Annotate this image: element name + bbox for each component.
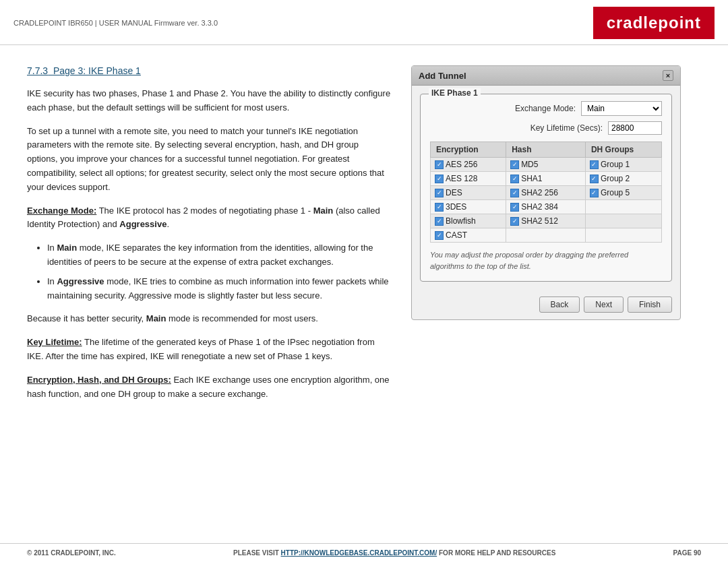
hash-cell[interactable]: ✓SHA2 256 xyxy=(506,186,586,200)
encryption-cell[interactable]: ✓AES 128 xyxy=(431,172,506,186)
dialog-body: IKE Phase 1 Exchange Mode: Main Aggressi… xyxy=(412,86,680,290)
header-text: CRADLEPOINT IBR650 | USER MANUAL Firmwar… xyxy=(13,19,218,27)
encryption-label: Encryption, Hash, and DH Groups: xyxy=(27,375,171,385)
key-lifetime-label: Key Lifetime: xyxy=(27,337,82,347)
checkbox-dh[interactable]: ✓ xyxy=(590,189,599,197)
checkbox-encryption[interactable]: ✓ xyxy=(435,231,444,240)
dialog-titlebar: Add Tunnel × xyxy=(412,66,680,86)
page-footer: © 2011 CRADLEPOINT, INC. PLEASE VISIT HT… xyxy=(0,543,728,562)
key-lifetime-form-label: Key Lifetime (Secs): xyxy=(530,123,603,133)
checkbox-hash[interactable]: ✓ xyxy=(510,160,519,169)
encryption-cell[interactable]: ✓CAST xyxy=(431,228,506,243)
paragraph-exchange: Exchange Mode: The IKE protocol has 2 mo… xyxy=(27,204,391,232)
table-row: ✓DES✓SHA2 256✓Group 5 xyxy=(431,186,662,200)
footer-link[interactable]: HTTP://KNOWLEDGEBASE.CRADLEPOINT.COM/ xyxy=(281,549,437,557)
hash-cell[interactable]: ✓SHA1 xyxy=(506,172,586,186)
add-tunnel-dialog: Add Tunnel × IKE Phase 1 Exchange Mode: … xyxy=(411,65,681,320)
checkbox-encryption[interactable]: ✓ xyxy=(435,217,444,226)
col-header-hash: Hash xyxy=(506,142,586,158)
exchange-mode-row: Exchange Mode: Main Aggressive xyxy=(430,101,662,116)
encryption-cell[interactable]: ✓AES 256 xyxy=(431,158,506,172)
main-content: 7.7.3 Page 3: IKE Phase 1 IKE security h… xyxy=(0,45,728,424)
dh-cell[interactable] xyxy=(585,200,661,214)
checkbox-hash[interactable]: ✓ xyxy=(510,189,519,197)
table-row: ✓CAST xyxy=(431,228,662,243)
checkbox-hash[interactable]: ✓ xyxy=(510,217,519,226)
col-header-encryption: Encryption xyxy=(431,142,506,158)
paragraph-encryption: Encryption, Hash, and DH Groups: Each IK… xyxy=(27,373,391,402)
footer-page: PAGE 90 xyxy=(673,549,701,557)
col-header-dh: DH Groups xyxy=(585,142,661,158)
checkbox-dh[interactable]: ✓ xyxy=(590,160,599,169)
encryption-cell[interactable]: ✓DES xyxy=(431,186,506,200)
right-column: Add Tunnel × IKE Phase 1 Exchange Mode: … xyxy=(411,65,681,410)
key-lifetime-row: Key Lifetime (Secs): xyxy=(430,121,662,135)
exchange-mode-form-label: Exchange Mode: xyxy=(515,104,576,113)
paragraph-3: Because it has better security, Main mod… xyxy=(27,312,391,326)
hint-text: You may adjust the proposal order by dra… xyxy=(430,249,662,272)
bullet-1: In Main mode, IKE separates the key info… xyxy=(47,241,391,270)
paragraph-1: IKE security has two phases, Phase 1 and… xyxy=(27,87,391,115)
checkbox-encryption[interactable]: ✓ xyxy=(435,160,444,169)
dialog-footer: Back Next Finish xyxy=(412,290,680,319)
dh-cell[interactable]: ✓Group 5 xyxy=(585,186,661,200)
hash-cell[interactable]: ✓MD5 xyxy=(506,158,586,172)
next-button[interactable]: Next xyxy=(584,296,624,313)
dialog-title: Add Tunnel xyxy=(419,71,466,81)
options-table: Encryption Hash DH Groups ✓AES 256✓MD5✓G… xyxy=(430,142,662,243)
checkbox-dh[interactable]: ✓ xyxy=(590,175,599,183)
bullet-2: In Aggressive mode, IKE tries to combine… xyxy=(47,275,391,303)
table-row: ✓Blowfish✓SHA2 512 xyxy=(431,214,662,228)
ike-phase-legend: IKE Phase 1 xyxy=(429,88,481,98)
dh-cell[interactable] xyxy=(585,214,661,228)
table-row: ✓AES 128✓SHA1✓Group 2 xyxy=(431,172,662,186)
left-column: 7.7.3 Page 3: IKE Phase 1 IKE security h… xyxy=(27,65,391,410)
hash-cell[interactable] xyxy=(506,228,586,243)
table-row: ✓AES 256✓MD5✓Group 1 xyxy=(431,158,662,172)
table-row: ✓3DES✓SHA2 384 xyxy=(431,200,662,214)
exchange-mode-label: Exchange Mode: xyxy=(27,206,96,216)
paragraph-2: To set up a tunnel with a remote site, y… xyxy=(27,125,391,195)
key-lifetime-input[interactable] xyxy=(608,121,662,135)
page-header: CRADLEPOINT IBR650 | USER MANUAL Firmwar… xyxy=(0,0,728,45)
checkbox-hash[interactable]: ✓ xyxy=(510,203,519,212)
footer-copyright: © 2011 CRADLEPOINT, INC. xyxy=(27,549,116,557)
dh-cell[interactable]: ✓Group 2 xyxy=(585,172,661,186)
back-button[interactable]: Back xyxy=(539,296,580,313)
encryption-cell[interactable]: ✓3DES xyxy=(431,200,506,214)
section-title: 7.7.3 Page 3: IKE Phase 1 xyxy=(27,65,391,76)
bullet-list: In Main mode, IKE separates the key info… xyxy=(47,241,391,303)
ike-phase-section: IKE Phase 1 Exchange Mode: Main Aggressi… xyxy=(420,94,672,282)
checkbox-encryption[interactable]: ✓ xyxy=(435,203,444,212)
exchange-mode-select[interactable]: Main Aggressive xyxy=(581,101,662,116)
close-button[interactable]: × xyxy=(663,70,673,81)
company-logo: cradlepoint xyxy=(593,7,715,39)
hash-cell[interactable]: ✓SHA2 512 xyxy=(506,214,586,228)
paragraph-key: Key Lifetime: The lifetime of the genera… xyxy=(27,336,391,364)
checkbox-hash[interactable]: ✓ xyxy=(510,175,519,183)
encryption-cell[interactable]: ✓Blowfish xyxy=(431,214,506,228)
dh-cell[interactable]: ✓Group 1 xyxy=(585,158,661,172)
table-header-row: Encryption Hash DH Groups xyxy=(431,142,662,158)
checkbox-encryption[interactable]: ✓ xyxy=(435,175,444,183)
footer-center: PLEASE VISIT HTTP://KNOWLEDGEBASE.CRADLE… xyxy=(233,549,555,557)
finish-button[interactable]: Finish xyxy=(628,296,672,313)
checkbox-encryption[interactable]: ✓ xyxy=(435,189,444,197)
hash-cell[interactable]: ✓SHA2 384 xyxy=(506,200,586,214)
dh-cell[interactable] xyxy=(585,228,661,243)
